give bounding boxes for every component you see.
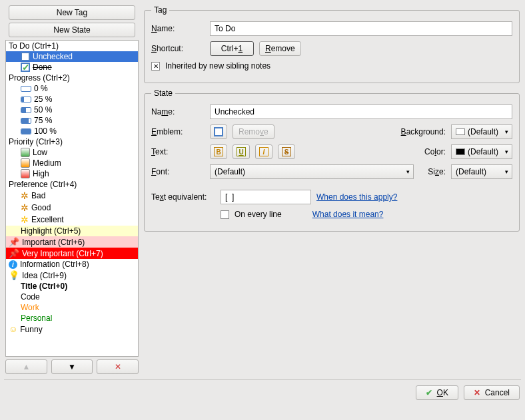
tree-item[interactable]: Priority (Ctrl+3) — [6, 136, 138, 147]
tag-tree[interactable]: To Do (Ctrl+1)UncheckedDoneProgress (Ctr… — [5, 40, 139, 357]
what-mean-link[interactable]: What does it mean? — [312, 210, 384, 219]
move-up-button[interactable]: ▲ — [5, 359, 47, 374]
tree-item[interactable]: 📌Very Important (Ctrl+7) — [6, 248, 138, 259]
tree-item-label: Unchecked — [33, 52, 73, 61]
tree-item-label: Good — [31, 203, 51, 212]
tree-item[interactable]: Code — [6, 292, 138, 302]
check-icon: ✔ — [426, 388, 432, 397]
italic-button[interactable]: I — [255, 144, 272, 159]
tree-item[interactable]: ✲Excellent — [6, 214, 138, 226]
remove-emblem-button[interactable]: Remove — [233, 124, 274, 139]
size-select[interactable]: (Default) — [451, 164, 512, 179]
tag-name-input[interactable] — [210, 21, 512, 36]
tree-item[interactable]: 25 % — [6, 94, 138, 105]
progress-icon — [21, 118, 31, 124]
tree-item-label: Code — [21, 292, 40, 302]
tree-item-label: Idea (Ctrl+9) — [22, 271, 67, 280]
tree-item[interactable]: 📌Important (Ctrl+6) — [6, 236, 138, 248]
move-down-button[interactable]: ▼ — [51, 359, 93, 374]
tree-item-label: 100 % — [34, 126, 57, 136]
bulb-icon: 💡 — [9, 270, 19, 280]
bold-button[interactable]: B — [210, 144, 227, 159]
tree-item[interactable]: ✲Bad — [6, 190, 138, 202]
background-select[interactable]: (Default) — [451, 124, 512, 139]
inherit-label: Inherited by new sibling notes — [165, 61, 270, 71]
tree-item[interactable]: 50 % — [6, 105, 138, 115]
tree-item[interactable]: Preference (Ctrl+4) — [6, 179, 138, 190]
pin-icon: 📌 — [9, 248, 19, 258]
dialog-footer: ✔ OK ✕ Cancel — [0, 380, 525, 405]
inherit-checkbox[interactable]: ✕ — [151, 62, 160, 71]
delete-button[interactable]: ✕ — [97, 359, 139, 374]
tree-item[interactable]: High — [6, 168, 138, 179]
size-label: Size: — [419, 167, 446, 176]
text-label: Text: — [151, 147, 205, 156]
state-legend: State — [151, 89, 175, 98]
remove-shortcut-button[interactable]: Remove — [259, 41, 301, 56]
tree-item-label: Excellent — [31, 215, 64, 224]
strike-button[interactable]: S — [278, 144, 295, 159]
tree-item[interactable]: To Do (Ctrl+1) — [6, 41, 138, 51]
star-icon: ✲ — [21, 190, 29, 201]
tree-item[interactable]: Work — [6, 302, 138, 313]
tree-item[interactable]: Highlight (Ctrl+5) — [6, 226, 138, 236]
tree-item[interactable]: iInformation (Ctrl+8) — [6, 259, 138, 270]
underline-icon: U — [237, 147, 246, 156]
tree-item[interactable]: 0 % — [6, 83, 138, 94]
tree-item[interactable]: Low — [6, 147, 138, 158]
tree-item-label: Important (Ctrl+6) — [22, 238, 85, 247]
every-line-label: On every line — [235, 210, 282, 219]
checkbox-icon — [21, 169, 30, 178]
info-icon: i — [9, 260, 17, 269]
color-label: Color: — [392, 147, 446, 156]
text-equiv-input[interactable] — [221, 190, 311, 204]
checkbox-icon — [21, 158, 30, 168]
checkbox-icon — [21, 63, 30, 72]
tree-item-label: Very Important (Ctrl+7) — [22, 249, 103, 258]
tree-item-label: 0 % — [34, 84, 48, 93]
tree-item-label: Highlight (Ctrl+5) — [21, 226, 81, 236]
tree-item-label: Information (Ctrl+8) — [20, 260, 89, 269]
every-line-checkbox[interactable] — [221, 210, 229, 219]
cancel-button[interactable]: ✕ Cancel — [464, 385, 520, 400]
tree-item-label: Medium — [33, 158, 61, 168]
tree-item-label: 75 % — [34, 116, 52, 125]
right-panel: Tag Name: Shortcut: Ctrl+1 Remove ✕ Inhe… — [144, 5, 520, 374]
tree-item[interactable]: Title (Ctrl+0) — [6, 281, 138, 292]
color-select[interactable]: (Default) — [451, 144, 512, 159]
tree-item[interactable]: 75 % — [6, 115, 138, 126]
tree-item-label: Progress (Ctrl+2) — [9, 73, 70, 83]
underline-button[interactable]: U — [233, 144, 250, 159]
tree-item[interactable]: Done — [6, 62, 138, 73]
shortcut-button[interactable]: Ctrl+1 — [210, 41, 254, 56]
tag-group: Tag Name: Shortcut: Ctrl+1 Remove ✕ Inhe… — [144, 5, 520, 83]
font-select[interactable]: (Default) — [210, 164, 414, 179]
tree-item[interactable]: 💡Idea (Ctrl+9) — [6, 270, 138, 281]
ok-button[interactable]: ✔ OK — [416, 385, 458, 400]
when-apply-link[interactable]: When does this apply? — [316, 192, 397, 202]
cancel-icon: ✕ — [474, 388, 480, 397]
tree-item-label: To Do (Ctrl+1) — [9, 41, 59, 51]
tree-item[interactable]: 100 % — [6, 126, 138, 136]
background-label: Background: — [392, 127, 446, 136]
italic-icon: I — [259, 147, 268, 156]
tree-item[interactable]: ☺Funny — [6, 323, 138, 335]
new-tag-button[interactable]: New Tag — [9, 5, 135, 20]
tree-item[interactable]: Medium — [6, 158, 138, 168]
tree-item-label: Title (Ctrl+0) — [21, 282, 67, 291]
star-icon: ✲ — [21, 202, 29, 213]
tree-item[interactable]: Personal — [6, 313, 138, 323]
emblem-button[interactable] — [210, 124, 227, 139]
checkbox-emblem-icon — [214, 127, 223, 136]
tree-item[interactable]: Unchecked — [6, 51, 138, 62]
tree-item-label: Done — [33, 63, 52, 72]
tree-item-label: Preference (Ctrl+4) — [9, 180, 77, 189]
tree-item[interactable]: ✲Good — [6, 202, 138, 214]
new-state-button[interactable]: New State — [9, 23, 135, 37]
tree-item-label: Work — [21, 303, 39, 312]
tree-item[interactable]: Progress (Ctrl+2) — [6, 73, 138, 83]
state-name-input[interactable] — [210, 105, 512, 119]
star-icon: ✲ — [21, 214, 29, 225]
bg-swatch-icon — [456, 128, 465, 135]
font-label: Font: — [151, 167, 205, 176]
